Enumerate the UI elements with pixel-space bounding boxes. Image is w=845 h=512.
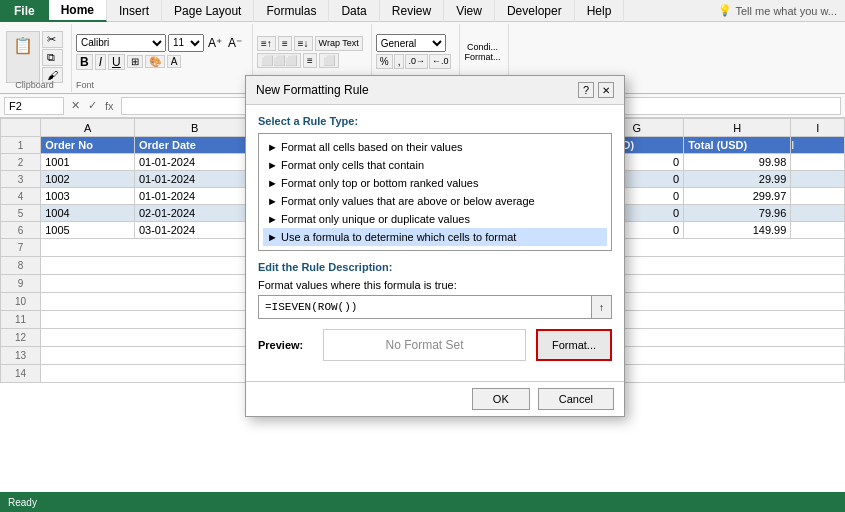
align-left-button[interactable]: ⬜⬜⬜ <box>257 53 301 68</box>
align-bottom-button[interactable]: ≡↓ <box>294 36 313 51</box>
col-header-h[interactable]: H <box>684 119 791 137</box>
preview-box: No Format Set <box>323 329 526 361</box>
rule-item-5-text: ► Use a formula to determine which cells… <box>267 231 516 243</box>
decrease-font-button[interactable]: A⁻ <box>226 36 244 50</box>
format-button[interactable]: Format... <box>536 329 612 361</box>
align-right-button[interactable]: ⬜ <box>319 53 339 68</box>
row-num-1: 1 <box>1 137 41 154</box>
ok-button[interactable]: OK <box>472 388 530 410</box>
excel-window: File Home Insert Page Layout Formulas Da… <box>0 0 845 512</box>
cell-b6[interactable]: 03-01-2024 <box>134 222 255 239</box>
insert-function-button[interactable]: fx <box>102 100 117 112</box>
cell-a4[interactable]: 1003 <box>41 188 135 205</box>
number-format-select[interactable]: General <box>376 34 446 52</box>
tab-review[interactable]: Review <box>380 0 444 22</box>
cell-b5[interactable]: 02-01-2024 <box>134 205 255 222</box>
comma-button[interactable]: , <box>394 54 405 69</box>
align-top-button[interactable]: ≡↑ <box>257 36 276 51</box>
rule-item-1[interactable]: ► Format only cells that contain <box>263 156 607 174</box>
confirm-formula-button[interactable]: ✓ <box>85 99 100 112</box>
increase-decimal-button[interactable]: .0→ <box>405 54 428 69</box>
cut-button[interactable]: ✂ <box>42 31 63 48</box>
tab-view[interactable]: View <box>444 0 495 22</box>
no-format-text: No Format Set <box>385 338 463 352</box>
row-num-6: 6 <box>1 222 41 239</box>
row-num-14: 14 <box>1 365 41 383</box>
dialog-help-button[interactable]: ? <box>578 82 594 98</box>
align-center-button[interactable]: ≡ <box>303 53 317 68</box>
formula-range-button[interactable]: ↑ <box>591 296 611 318</box>
rule-item-5[interactable]: ► Use a formula to determine which cells… <box>263 228 607 246</box>
rule-item-2-text: ► Format only top or bottom ranked value… <box>267 177 478 189</box>
file-tab[interactable]: File <box>0 0 49 22</box>
status-bar: Ready <box>0 492 845 512</box>
cell-h1[interactable]: Total (USD) <box>684 137 791 154</box>
wrap-text-button[interactable]: Wrap Text <box>315 36 363 51</box>
rule-item-2[interactable]: ► Format only top or bottom ranked value… <box>263 174 607 192</box>
rule-item-0[interactable]: ► Format all cells based on their values <box>263 138 607 156</box>
cell-b3[interactable]: 01-01-2024 <box>134 171 255 188</box>
formula-input-field[interactable] <box>259 298 591 316</box>
cell-h5[interactable]: 79.96 <box>684 205 791 222</box>
cell-i1[interactable]: I <box>791 137 845 154</box>
tab-insert[interactable]: Insert <box>107 0 162 22</box>
tell-me-box[interactable]: 💡 Tell me what you w... <box>718 4 846 17</box>
cell-h2[interactable]: 99.98 <box>684 154 791 171</box>
font-family-select[interactable]: Calibri <box>76 34 166 52</box>
cell-b1[interactable]: Order Date <box>134 137 255 154</box>
cell-b4[interactable]: 01-01-2024 <box>134 188 255 205</box>
borders-button[interactable]: ⊞ <box>127 55 143 68</box>
percent-button[interactable]: % <box>376 54 393 69</box>
col-header-a[interactable]: A <box>41 119 135 137</box>
cancel-formula-button[interactable]: ✕ <box>68 99 83 112</box>
font-color-button[interactable]: A <box>167 55 182 68</box>
cell-i6[interactable] <box>791 222 845 239</box>
cell-i3[interactable] <box>791 171 845 188</box>
tab-help[interactable]: Help <box>575 0 625 22</box>
cell-a2[interactable]: 1001 <box>41 154 135 171</box>
row-num-11: 11 <box>1 311 41 329</box>
decrease-decimal-button[interactable]: ←.0 <box>429 54 452 69</box>
cell-i2[interactable] <box>791 154 845 171</box>
dialog-title: New Formatting Rule <box>256 83 369 97</box>
dialog-close-button[interactable]: ✕ <box>598 82 614 98</box>
rule-item-3[interactable]: ► Format only values that are above or b… <box>263 192 607 210</box>
align-middle-button[interactable]: ≡ <box>278 36 292 51</box>
select-rule-type-label: Select a Rule Type: <box>258 115 612 127</box>
tab-home[interactable]: Home <box>49 0 107 22</box>
col-header-i[interactable]: I <box>791 119 845 137</box>
formula-input-row: ↑ <box>258 295 612 319</box>
tab-formulas[interactable]: Formulas <box>254 0 329 22</box>
cell-i4[interactable] <box>791 188 845 205</box>
cancel-button[interactable]: Cancel <box>538 388 614 410</box>
name-box[interactable] <box>4 97 64 115</box>
cell-a6[interactable]: 1005 <box>41 222 135 239</box>
dialog-title-bar: New Formatting Rule ? ✕ <box>246 76 624 105</box>
bold-button[interactable]: B <box>76 54 93 70</box>
cell-h6[interactable]: 149.99 <box>684 222 791 239</box>
rule-item-4[interactable]: ► Format only unique or duplicate values <box>263 210 607 228</box>
cell-a5[interactable]: 1004 <box>41 205 135 222</box>
copy-button[interactable]: ⧉ <box>42 49 63 66</box>
cell-i5[interactable] <box>791 205 845 222</box>
cell-a1[interactable]: Order No <box>41 137 135 154</box>
edit-rule-label: Edit the Rule Description: <box>258 261 612 273</box>
rule-item-0-text: ► Format all cells based on their values <box>267 141 463 153</box>
rule-item-1-text: ► Format only cells that contain <box>267 159 424 171</box>
tab-developer[interactable]: Developer <box>495 0 575 22</box>
font-size-select[interactable]: 11 <box>168 34 204 52</box>
cell-b2[interactable]: 01-01-2024 <box>134 154 255 171</box>
cell-h3[interactable]: 29.99 <box>684 171 791 188</box>
italic-button[interactable]: I <box>95 54 106 70</box>
rule-item-4-text: ► Format only unique or duplicate values <box>267 213 470 225</box>
paste-button[interactable]: 📋 <box>6 31 40 83</box>
cell-a3[interactable]: 1002 <box>41 171 135 188</box>
tab-data[interactable]: Data <box>329 0 379 22</box>
fill-color-button[interactable]: 🎨 <box>145 55 165 68</box>
tab-page-layout[interactable]: Page Layout <box>162 0 254 22</box>
conditional-format-button[interactable]: Condi...Format... <box>464 42 500 62</box>
col-header-b[interactable]: B <box>134 119 255 137</box>
cell-h4[interactable]: 299.97 <box>684 188 791 205</box>
increase-font-button[interactable]: A⁺ <box>206 36 224 50</box>
underline-button[interactable]: U <box>108 54 125 70</box>
